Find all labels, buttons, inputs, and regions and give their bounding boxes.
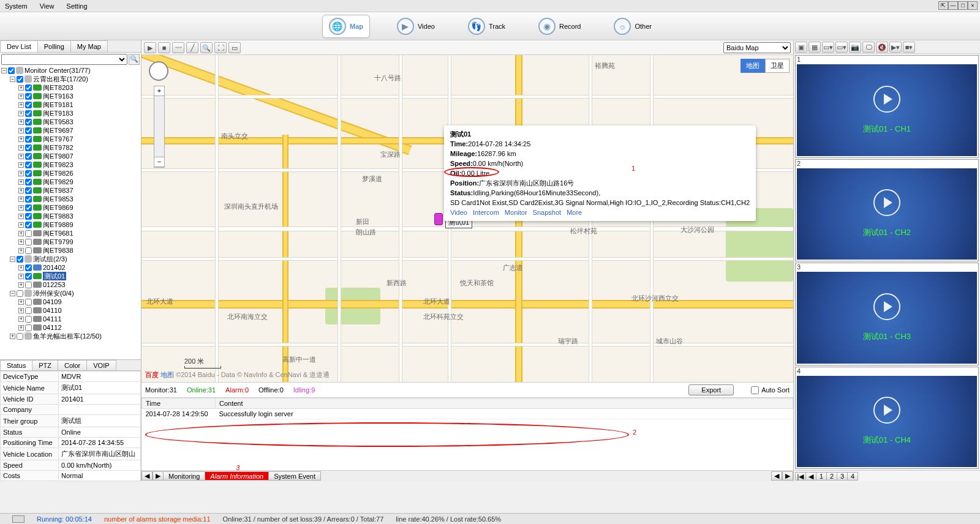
tool-zoom-icon[interactable]: 🔍 [200, 42, 213, 53]
tree-checkbox[interactable] [25, 84, 32, 91]
tab-monitoring[interactable]: Monitoring [164, 471, 205, 481]
tree-node[interactable]: +闽ET9183 [0, 109, 141, 118]
map-type-map[interactable]: 地图 [741, 59, 765, 73]
col-content[interactable]: Content [216, 399, 793, 409]
tree-checkbox[interactable] [17, 256, 23, 263]
scroll-left-icon[interactable]: ◀ [141, 471, 153, 481]
tree-node[interactable]: +闽ET9767 [0, 135, 141, 143]
tree-checkbox[interactable] [25, 93, 32, 100]
tree-node[interactable]: +闽ET9826 [0, 169, 141, 178]
tree-node[interactable]: +04109 [0, 298, 141, 306]
footer-icon[interactable] [12, 515, 24, 523]
tree-checkbox[interactable] [25, 307, 32, 314]
main-tab-other[interactable]: ☼Other [608, 15, 658, 37]
vt-display-icon[interactable]: 🖵 [862, 42, 875, 53]
tree-node[interactable]: +04111 [0, 315, 141, 323]
expand-icon[interactable]: + [18, 265, 24, 271]
tree-checkbox[interactable] [25, 273, 32, 280]
expand-icon[interactable]: + [18, 154, 24, 159]
menu-setting[interactable]: Setting [66, 2, 87, 10]
main-tab-record[interactable]: ◉Record [532, 15, 587, 37]
tree-node[interactable]: +闽ET9181 [0, 100, 141, 109]
vt-grid2-icon[interactable]: ▦ [809, 42, 821, 53]
autosort-checkbox[interactable]: Auto Sort [751, 386, 790, 394]
scroll-right-icon[interactable]: ▶ [153, 471, 164, 481]
map-type-satellite[interactable]: 卫星 [765, 59, 790, 73]
video-cell[interactable]: 4 测试01 - CH4 [795, 367, 979, 470]
scroll-right2-icon[interactable]: ▶ [782, 471, 793, 481]
tree-checkbox[interactable] [25, 144, 32, 151]
expand-icon[interactable]: + [18, 299, 24, 305]
tree-checkbox[interactable] [25, 324, 32, 331]
tree-node[interactable]: +04112 [0, 323, 141, 332]
tab-color[interactable]: Color [58, 360, 87, 370]
tree-node[interactable]: +闽ET9823 [0, 160, 141, 169]
col-time[interactable]: Time [142, 399, 216, 409]
map-pan-control[interactable] [149, 61, 168, 81]
win-restore-icon[interactable]: ⇱ [938, 1, 948, 10]
expand-icon[interactable]: + [18, 231, 24, 236]
tree-node[interactable]: +闽ET9837 [0, 186, 141, 195]
expand-icon[interactable]: + [18, 119, 24, 125]
win-max-icon[interactable]: □ [958, 1, 968, 10]
expand-icon[interactable]: + [18, 128, 24, 133]
tree-checkbox[interactable] [25, 282, 32, 288]
tree-node[interactable]: +闽ET9583 [0, 118, 141, 126]
expand-icon[interactable]: + [18, 222, 24, 228]
expand-icon[interactable]: + [18, 85, 24, 91]
video-cell[interactable]: 1 测试01 - CH1 [795, 55, 979, 158]
tree-checkbox[interactable] [25, 136, 32, 143]
popup-link-snapshot[interactable]: Snapshot [533, 209, 561, 216]
tab-dev-list[interactable]: Dev List [0, 40, 38, 52]
tab-my-map[interactable]: My Map [70, 40, 108, 52]
tree-checkbox[interactable] [25, 119, 32, 125]
main-tab-map[interactable]: 🌐Map [322, 15, 370, 38]
tree-node[interactable]: −测试组(2/3) [0, 255, 141, 263]
tree-checkbox[interactable] [25, 222, 32, 228]
vt-stop-icon[interactable]: ■▾ [903, 42, 915, 53]
expand-icon[interactable]: + [18, 308, 24, 313]
tree-checkbox[interactable] [25, 110, 32, 117]
tool-polyline-icon[interactable]: 〰 [172, 42, 184, 53]
tree-node[interactable]: +测试01 [0, 272, 141, 280]
device-search-select[interactable] [1, 54, 127, 65]
popup-link-more[interactable]: More [567, 209, 582, 216]
tree-checkbox[interactable] [25, 179, 32, 185]
map-canvas[interactable]: 南头立交 宝深路 梦溪道 新田 朗山路 深圳南头直升机场 北环大道 北环南海立交… [141, 55, 793, 382]
tree-node[interactable]: +闽ET9853 [0, 195, 141, 203]
main-tab-track[interactable]: 👣Track [462, 15, 511, 37]
expand-icon[interactable]: − [10, 256, 15, 262]
play-icon[interactable] [873, 293, 900, 320]
tree-checkbox[interactable] [25, 230, 32, 237]
tree-node[interactable]: +闽ET9829 [0, 178, 141, 186]
tree-checkbox[interactable] [25, 187, 32, 194]
tree-checkbox[interactable] [25, 264, 32, 271]
tool-window-icon[interactable]: ▭ [228, 42, 241, 53]
vehicle-marker[interactable] [434, 213, 443, 225]
tab-voip[interactable]: VOIP [86, 360, 116, 370]
map-provider-select[interactable]: Baidu Map [723, 42, 791, 53]
vt-sound-icon[interactable]: 🔇 [876, 42, 888, 53]
menu-system[interactable]: System [5, 2, 28, 10]
tree-node[interactable]: +04110 [0, 306, 141, 315]
vp-1[interactable]: 1 [816, 472, 827, 481]
tree-node[interactable]: +闽ET9681 [0, 229, 141, 238]
tree-checkbox[interactable] [25, 162, 32, 168]
tool-cursor-icon[interactable]: ▶ [144, 42, 156, 53]
expand-icon[interactable]: + [18, 111, 24, 116]
tree-node[interactable]: +闽ET9697 [0, 126, 141, 135]
vp-3[interactable]: 3 [837, 472, 848, 481]
menu-view[interactable]: View [40, 2, 55, 10]
tree-node[interactable]: −云霄出租车(17/20) [0, 75, 141, 83]
tree-checkbox[interactable] [8, 67, 15, 74]
expand-icon[interactable]: + [18, 325, 24, 331]
tab-status[interactable]: Status [0, 360, 32, 370]
win-min-icon[interactable]: — [948, 1, 958, 10]
vp-prev-icon[interactable]: ◀ [805, 472, 816, 481]
expand-icon[interactable]: + [18, 205, 24, 211]
zoom-in-icon[interactable]: + [154, 86, 164, 96]
tab-polling[interactable]: Polling [37, 40, 71, 52]
tree-node[interactable]: +闽ET9799 [0, 238, 141, 246]
tree-checkbox[interactable] [25, 127, 32, 134]
expand-icon[interactable]: + [18, 274, 24, 279]
